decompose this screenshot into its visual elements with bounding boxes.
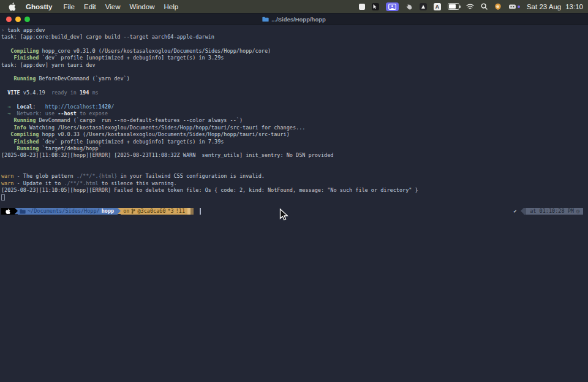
display-icon[interactable] [359,4,365,10]
folder-icon [262,17,269,22]
window-title-bar: .../Sides/Hopp/hopp [0,13,588,25]
notification-dot [518,6,520,8]
triangle-app-icon[interactable] [420,3,427,10]
terminal-line: [2025-08-23][11:08:32][hopp][ERROR] [202… [1,152,588,159]
git-modified-count: !11 [176,208,185,215]
minimize-button[interactable] [15,17,21,22]
terminal-line: VITE v5.4.19 ready in 194 ms [1,90,588,96]
terminal-line: Compiling hopp v0.0.33 (/Users/kostasale… [1,131,588,138]
menu-bar-time: 13:10 [565,3,583,10]
battery-icon[interactable] [448,3,459,10]
input-source-icon[interactable]: A [434,3,441,10]
prompt-path-current: hopp [102,208,114,215]
terminal-content[interactable]: › task app:devtask: [app:core:build_dev]… [0,26,588,382]
apple-logo-icon [6,208,10,215]
window-title-text: .../Sides/Hopp/hopp [271,16,326,23]
right-prompt: ✔ at 01:10:28 PM ◷ [513,208,583,215]
menu-item-help[interactable]: Help [164,3,178,10]
menu-item-view[interactable]: View [105,3,121,10]
terminal-line [1,194,588,201]
window-title: .../Sides/Hopp/hopp [0,16,588,23]
git-on-label: on [123,208,129,215]
clock-icon: ◷ [576,208,579,215]
terminal-line [1,201,588,208]
close-button[interactable] [6,17,12,22]
prompt-time-segment: at 01:10:28 PM ◷ [526,208,583,215]
cursor-app-icon[interactable] [372,3,379,10]
terminal-line: Finished `dev` profile [unoptimized + de… [1,55,588,61]
hand-gesture-icon[interactable] [405,3,413,10]
terminal-line: → Local: http://localhost:1420/ [1,104,588,110]
terminal-line [1,69,588,75]
menu-item-file[interactable]: File [63,3,75,10]
menu-bar-clock[interactable]: Sat 23 Aug 13:10 [527,3,583,10]
segment-fade [190,208,194,215]
terminal-line: › task app:dev [1,27,588,34]
mouse-pointer [279,208,288,221]
terminal-line: Running DevCommand (`cargo run --no-defa… [1,117,588,124]
terminal-line: task: [app:dev] yarn tauri dev [1,62,588,69]
terminal-line [1,41,588,48]
text-cursor [200,208,201,215]
terminal-line: Running BeforeDevCommand (`yarn dev`) [1,75,588,82]
prompt-directory-segment: ~/Documents/Sides/Hopp/hopp [18,208,118,215]
device-icon[interactable] [508,4,520,10]
prompt-os-segment [1,208,15,215]
terminal-line: Info Watching /Users/kostasalexoglou/Doc… [1,124,588,131]
git-stash-count: *3 [168,208,174,215]
prompt-git-segment: on @3ca0ca60 *3 !11 [121,208,187,215]
terminal-line: Finished `dev` profile [unoptimized + de… [1,139,588,145]
terminal-line [1,96,588,103]
inactive-block-cursor [1,194,5,201]
git-commit-hash: @3ca0ca60 [137,208,165,215]
terminal-line: → Network: use --host to expose [1,110,588,117]
terminal-line [1,83,588,90]
apple-menu-icon[interactable] [9,2,16,11]
git-branch-icon [131,208,135,214]
prompt-time-label: at 01:10:28 PM [530,208,574,215]
prompt-path-prefix: ~/Documents/Sides/Hopp/ [28,208,100,215]
orange-app-icon[interactable] [494,3,502,10]
terminal-line: Compiling hopp_core v0.31.0 (/Users/kost… [1,48,588,55]
wifi-icon[interactable] [466,4,474,10]
terminal-line [1,159,588,166]
terminal-line: Running `target/debug/hopp` [1,145,588,152]
menu-bar-date: Sat 23 Aug [527,3,561,10]
zoom-button[interactable] [24,17,30,22]
terminal-line: warn - The glob pattern ./**/*.{html} in… [1,173,588,180]
terminal-line: [2025-08-23][11:10:05][hopp][ERROR] Fail… [1,187,588,194]
terminal-line: warn - Update it to ./**/*.html to silen… [1,180,588,187]
menu-item-window[interactable]: Window [130,3,155,10]
menu-bar: Ghostty File Edit View Window Help A [0,0,588,13]
screen-share-icon[interactable] [386,2,399,11]
terminal-output: › task app:devtask: [app:core:build_dev]… [1,27,588,208]
terminal-line [1,166,588,173]
menu-app-name[interactable]: Ghostty [26,3,52,10]
prompt-bar: ~/Documents/Sides/Hopp/hopp on @3ca0ca60… [1,208,588,215]
menu-item-edit[interactable]: Edit [84,3,96,10]
success-check-icon: ✔ [513,208,516,215]
terminal-line: task: [app:core:build_dev] cargo build -… [1,34,588,40]
folder-icon [20,209,26,214]
spotlight-icon[interactable] [481,3,488,10]
